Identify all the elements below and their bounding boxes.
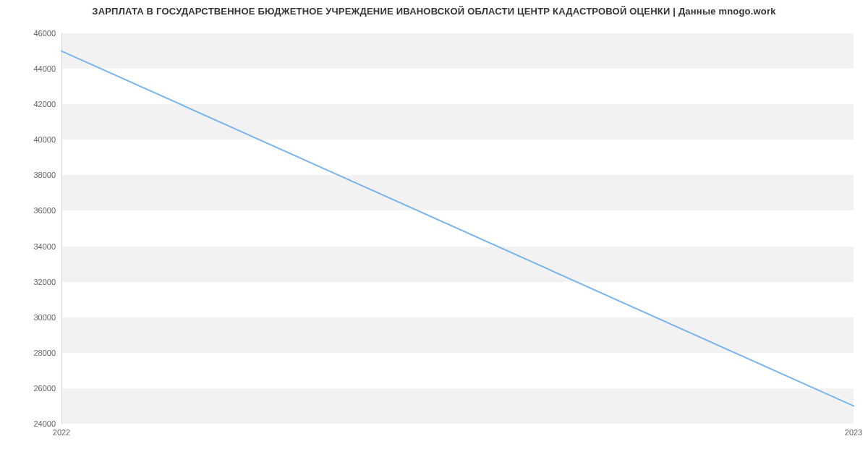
y-tick-label: 40000 xyxy=(33,135,56,144)
y-tick-label: 24000 xyxy=(33,419,56,428)
y-tick-label: 36000 xyxy=(33,206,56,215)
y-tick-label: 44000 xyxy=(33,64,56,73)
y-tick-label: 28000 xyxy=(33,349,56,357)
y-tick-label: 38000 xyxy=(33,171,56,179)
x-tick-label: 2023 xyxy=(845,428,862,437)
chart-title: ЗАРПЛАТА В ГОСУДАРСТВЕННОЕ БЮДЖЕТНОЕ УЧР… xyxy=(0,6,868,17)
plot-area xyxy=(61,33,854,424)
y-tick-label: 34000 xyxy=(33,242,56,251)
y-tick-label: 42000 xyxy=(33,100,56,108)
x-tick-label: 2022 xyxy=(53,428,70,437)
y-tick-label: 32000 xyxy=(33,278,56,286)
y-tick-label: 26000 xyxy=(33,384,56,393)
y-axis: 2400026000280003000032000340003600038000… xyxy=(0,33,61,424)
x-axis: 20222023 xyxy=(61,424,854,445)
series-line xyxy=(61,51,854,406)
line-series xyxy=(61,33,854,424)
y-tick-label: 46000 xyxy=(33,29,56,38)
y-tick-label: 30000 xyxy=(33,313,56,322)
chart-container: ЗАРПЛАТА В ГОСУДАРСТВЕННОЕ БЮДЖЕТНОЕ УЧР… xyxy=(0,0,868,448)
